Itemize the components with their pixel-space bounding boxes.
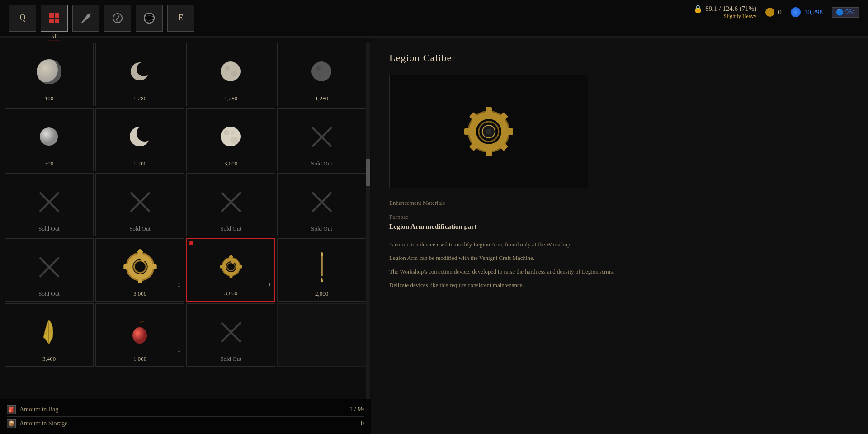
scrollbar[interactable] [366, 43, 370, 429]
grid-cell-3-1[interactable]: 1 3,000 [95, 238, 184, 302]
item-price-3-1: 3,000 [133, 290, 146, 297]
extra-currency-icon: 🔵 [836, 9, 844, 16]
grid-cell-0-0[interactable]: 100 [5, 43, 94, 106]
svg-point-7 [225, 66, 230, 71]
x-mark-icon-2-3 [308, 189, 335, 216]
item-price-1-0: 300 [45, 160, 54, 167]
x-mark-icon [308, 123, 335, 151]
svg-point-8 [231, 71, 237, 77]
item-price-0-0: 100 [45, 95, 54, 102]
item-price-1-1: 1,200 [133, 160, 146, 167]
weapon-icon [79, 11, 93, 25]
tab-sphere[interactable] [136, 5, 163, 32]
tab-q[interactable]: Q [9, 5, 36, 32]
grid-cell-4-1[interactable]: 1 1,000 [95, 303, 184, 367]
item-price-4-0: 3,400 [42, 355, 56, 363]
item-price-1-3: Sold Out [311, 160, 332, 167]
sold-out-overlay-2-2 [217, 189, 245, 216]
grid-cell-4-0[interactable]: 3,400 [5, 303, 94, 367]
svg-point-16 [231, 137, 238, 144]
svg-rect-54 [486, 149, 492, 156]
item-price-0-3: 1,280 [315, 95, 328, 102]
item-icon-needle [306, 251, 338, 283]
extra-currency-value: 964 [845, 9, 855, 16]
item-image-box [389, 75, 588, 188]
item-icon-dark-moon [306, 56, 338, 87]
gear-legion-svg [217, 253, 245, 280]
grid-cell-1-2[interactable]: 3,000 [186, 108, 275, 171]
grid-cell-4-2[interactable]: Sold Out [186, 303, 275, 367]
item-price-0-1: 1,280 [133, 95, 146, 102]
e-label: E [179, 13, 184, 23]
svg-point-5 [137, 62, 151, 76]
scrollbar-thumb[interactable] [366, 159, 370, 186]
svg-marker-39 [321, 277, 323, 282]
storage-info-row: 📦 Amount in Storage 0 [7, 417, 364, 430]
item-icon-gear-small [124, 251, 156, 283]
sold-out-overlay-2-3 [308, 189, 335, 216]
grid-cell-2-0[interactable]: Sold Out [5, 173, 94, 236]
detail-purpose-value: Legion Arm modification part [389, 223, 850, 231]
x-mark-icon-2-2 [217, 189, 245, 216]
item-price-4-1: 1,000 [133, 355, 146, 363]
storage-icon: 📦 [7, 419, 16, 428]
grid-cell-3-2[interactable]: 1 3,800 [186, 238, 275, 302]
desc-line-3: Delicate devices like this require consi… [389, 280, 850, 290]
blue-currency-icon [791, 7, 801, 17]
item-title: Legion Caliber [389, 52, 850, 64]
item-icon-feather [33, 316, 65, 348]
svg-rect-24 [151, 264, 157, 269]
tab-e[interactable]: E [167, 5, 194, 32]
grid-cell-2-3[interactable]: Sold Out [277, 173, 366, 236]
item-count-3-2: 1 [268, 281, 271, 288]
weight-section: 🔒 89.1 / 124.6 (71%) Slightly Heavy [693, 5, 756, 20]
blue-currency-amount: 10,298 [804, 9, 823, 16]
main-layout: 100 1,280 1 [0, 38, 868, 434]
item-icon-crescent2 [124, 121, 156, 152]
detail-category: Enhancement Materials [389, 199, 850, 207]
detail-description: A correction device used to modify Legio… [389, 240, 850, 290]
grid-panel: 100 1,280 1 [0, 38, 371, 434]
bag-icon: 🎒 [7, 405, 16, 414]
apple-svg [130, 320, 150, 344]
grid-cell-1-0[interactable]: 300 [5, 108, 94, 171]
grid-cell-0-3[interactable]: 1,280 [277, 43, 366, 106]
grid-cell-0-1[interactable]: 1,280 [95, 43, 184, 106]
item-price-2-1: Sold Out [129, 225, 151, 232]
svg-point-9 [311, 61, 331, 81]
item-icon-gear-legion [215, 251, 247, 283]
svg-point-6 [221, 61, 241, 81]
item-count-4-1: 1 [178, 347, 180, 354]
detail-panel: Legion Caliber [371, 38, 868, 434]
grid-cell-0-2[interactable]: 1,280 [186, 43, 275, 106]
item-icon-full-moon [215, 56, 247, 87]
grid-cell-2-1[interactable]: Sold Out [95, 173, 184, 236]
item-icon-apple [124, 316, 156, 348]
grid-cell-2-2[interactable]: Sold Out [186, 173, 275, 236]
item-price-3-0: Sold Out [38, 290, 60, 297]
svg-rect-33 [238, 265, 242, 269]
sold-out-overlay-1-3 [308, 123, 335, 151]
tab-consumable[interactable] [104, 5, 131, 32]
svg-point-17 [231, 131, 235, 134]
grid-cell-3-0[interactable]: Sold Out [5, 238, 94, 302]
item-price-2-0: Sold Out [38, 225, 60, 232]
tab-weapon[interactable] [72, 5, 99, 32]
grid-cell-1-1[interactable]: 1,200 [95, 108, 184, 171]
item-price-0-2: 1,280 [224, 95, 237, 102]
item-price-2-3: Sold Out [311, 225, 332, 232]
blue-currency-section: 10,298 [791, 7, 823, 17]
svg-point-13 [137, 125, 153, 142]
x-mark-icon-3-0 [36, 254, 63, 281]
grid-cell-3-3[interactable]: 2,000 [277, 238, 366, 302]
weight-value: 89.1 / 124.6 (71%) [705, 5, 756, 13]
svg-point-15 [224, 130, 229, 135]
svg-point-11 [40, 127, 58, 146]
tab-all[interactable]: All [41, 5, 68, 32]
item-icon-full-moon2 [215, 121, 247, 152]
needle-svg [317, 252, 326, 282]
item-icon-silver-orb [33, 121, 65, 152]
sphere-icon [142, 11, 156, 25]
x-mark-icon-2-0 [36, 189, 63, 216]
grid-cell-1-3[interactable]: Sold Out [277, 108, 366, 171]
